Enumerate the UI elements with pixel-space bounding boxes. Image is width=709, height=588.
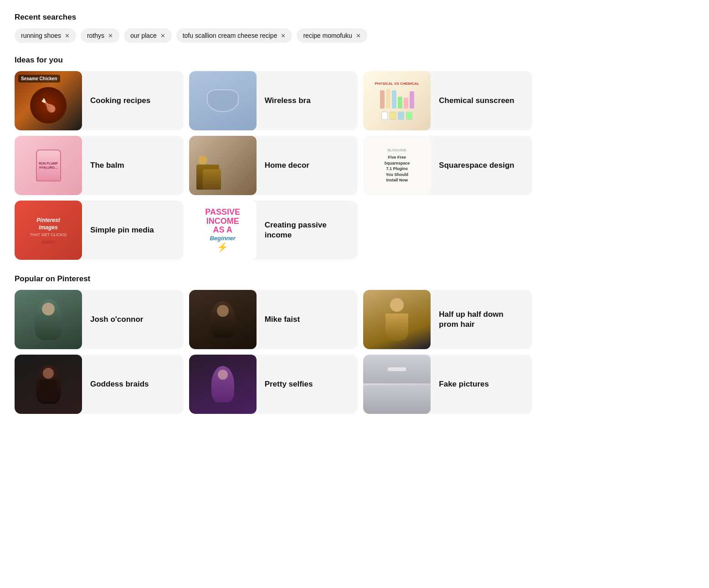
card-thumb-fake [363,355,431,414]
idea-card-balm[interactable]: RUN PLUMP HYALURO... The balm [15,136,184,195]
idea-label-sunscreen: Chemical sunscreen [431,96,522,106]
card-thumb-josh [15,290,82,349]
chip-chip-our-place[interactable]: our place✕ [124,28,172,43]
card-thumb-balm: RUN PLUMP HYALURO... [15,136,82,195]
card-thumb-pinmedia: Pinterest Images THAT GET CLICKS! [15,201,82,260]
chip-label: recipe momofuku [303,32,352,39]
chip-label: tofu scallion cream cheese recipe [183,32,277,39]
popular-grid: Josh o'connor Mike faist Half up half do… [15,290,532,414]
chip-label: running shoes [21,32,61,39]
ideas-section: Ideas for you Sesame Chicken 🍗 Cooking r… [15,56,532,260]
popular-label-josh: Josh o'connor [82,315,151,325]
popular-label-fake: Fake pictures [431,379,497,389]
chip-remove-icon[interactable]: ✕ [160,33,165,39]
popular-label-mike: Mike faist [257,315,308,325]
recent-searches-title: Recent searches [15,13,532,22]
popular-card-josh[interactable]: Josh o'connor [15,290,184,349]
idea-label-sesame: Cooking recipes [82,96,159,106]
idea-card-squarespace[interactable]: BLOGUIDE Five Free Squarespace 7.1 Plugi… [363,136,532,195]
popular-card-goddess[interactable]: Goddess braids [15,355,184,414]
card-thumb-homedecor [189,136,257,195]
chip-label: our place [130,32,157,39]
idea-card-homedecor[interactable]: Home decor [189,136,358,195]
popular-section: Popular on Pinterest Josh o'connor Mike … [15,274,532,414]
chip-remove-icon[interactable]: ✕ [108,33,113,39]
chip-chip-tofu[interactable]: tofu scallion cream cheese recipe✕ [176,28,293,43]
idea-label-homedecor: Home decor [257,160,318,170]
popular-card-selfies[interactable]: Pretty selfies [189,355,358,414]
idea-label-balm: The balm [82,160,133,170]
sesame-label: Sesame Chicken [18,75,60,83]
card-thumb-sunscreen: PHYSICAL VS CHEMICAL [363,71,431,130]
idea-label-pinmedia: Simple pin media [82,225,162,235]
idea-card-sunscreen[interactable]: PHYSICAL VS CHEMICAL Chemical sunscreen [363,71,532,130]
popular-card-fake[interactable]: Fake pictures [363,355,532,414]
popular-title: Popular on Pinterest [15,274,532,284]
popular-label-halfup: Half up half down prom hair [431,309,532,330]
idea-card-bra[interactable]: Wireless bra [189,71,358,130]
popular-card-mike[interactable]: Mike faist [189,290,358,349]
chip-remove-icon[interactable]: ✕ [281,33,286,39]
idea-card-passive[interactable]: PASSIVEINCOMEAS A Beginner ⚡ Creating pa… [189,201,358,260]
card-thumb-sesame: Sesame Chicken 🍗 [15,71,82,130]
chip-remove-icon[interactable]: ✕ [65,33,70,39]
chip-remove-icon[interactable]: ✕ [356,33,361,39]
card-thumb-goddess [15,355,82,414]
popular-label-goddess: Goddess braids [82,379,157,389]
popular-card-halfup[interactable]: Half up half down prom hair [363,290,532,349]
card-thumb-passive: PASSIVEINCOMEAS A Beginner ⚡ [189,201,257,260]
idea-card-pinmedia[interactable]: Pinterest Images THAT GET CLICKS! Simple… [15,201,184,260]
popular-label-selfies: Pretty selfies [257,379,321,389]
card-thumb-squarespace: BLOGUIDE Five Free Squarespace 7.1 Plugi… [363,136,431,195]
chip-chip-momofuku[interactable]: recipe momofuku✕ [297,28,367,43]
card-thumb-halfup [363,290,431,349]
card-thumb-bra [189,71,257,130]
ideas-title: Ideas for you [15,56,532,65]
idea-card-sesame[interactable]: Sesame Chicken 🍗 Cooking recipes [15,71,184,130]
card-thumb-selfies [189,355,257,414]
chip-chip-rothys[interactable]: rothys✕ [81,28,119,43]
chip-chip-running-shoes[interactable]: running shoes✕ [15,28,76,43]
ideas-grid: Sesame Chicken 🍗 Cooking recipes Wireles… [15,71,532,260]
idea-label-bra: Wireless bra [257,96,319,106]
chips-row: running shoes✕rothys✕our place✕tofu scal… [15,28,532,43]
chip-label: rothys [87,32,104,39]
idea-label-squarespace: Squarespace design [431,160,522,170]
idea-label-passive: Creating passive income [257,220,358,240]
recent-searches-section: Recent searches running shoes✕rothys✕our… [15,13,532,43]
card-thumb-mike [189,290,257,349]
